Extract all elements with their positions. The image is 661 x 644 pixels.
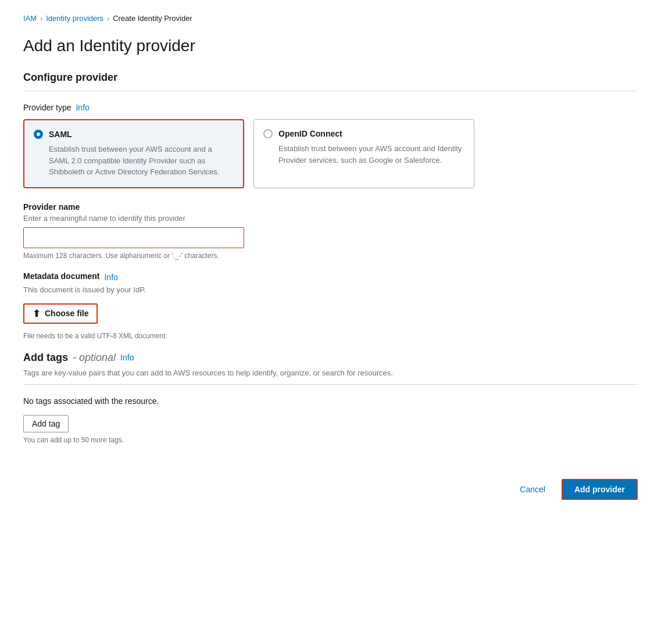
metadata-info[interactable]: Info [104,273,117,282]
tags-description: Tags are key-value pairs that you can ad… [23,368,638,377]
configure-provider-heading: Configure provider [23,71,638,84]
metadata-hint: This document is issued by your IdP. [23,285,638,294]
metadata-label-row: Metadata document Info [23,271,638,283]
provider-name-label: Provider name [23,202,638,212]
add-tag-button[interactable]: Add tag [23,415,69,432]
openid-description: Establish trust between your AWS account… [263,143,465,166]
breadcrumb-sep-1: › [40,15,42,23]
add-provider-button[interactable]: Add provider [562,479,638,500]
saml-card[interactable]: SAML Establish trust between your AWS ac… [23,119,244,188]
tags-optional: - optional [73,352,116,364]
provider-name-input[interactable] [23,227,244,248]
configure-divider [23,91,638,91]
choose-file-label: Choose file [45,309,88,318]
upload-icon: ⬆ [33,308,40,319]
cancel-button[interactable]: Cancel [513,481,552,498]
openid-card-header: OpenID Connect [263,129,465,138]
breadcrumb-iam[interactable]: IAM [23,14,37,23]
provider-type-label: Provider type [23,103,71,112]
provider-name-section: Provider name Enter a meaningful name to… [23,202,638,260]
footer-buttons: Cancel Add provider [23,467,638,500]
saml-title: SAML [49,130,72,139]
breadcrumb-current: Create Identity Provider [113,14,192,23]
openid-card[interactable]: OpenID Connect Establish trust between y… [253,119,474,188]
provider-name-note: Maximum 128 characters. Use alphanumeric… [23,252,638,260]
breadcrumb: IAM › Identity providers › Create Identi… [23,14,638,23]
provider-name-hint: Enter a meaningful name to identify this… [23,214,638,223]
tags-heading-row: Add tags - optional Info [23,352,638,364]
tags-divider [23,384,638,385]
provider-type-cards: SAML Establish trust between your AWS ac… [23,119,638,188]
provider-type-info[interactable]: Info [76,103,89,112]
tags-heading: Add tags [23,352,68,364]
page-container: IAM › Identity providers › Create Identi… [0,0,661,644]
add-tags-section: Add tags - optional Info Tags are key-va… [23,352,638,444]
breadcrumb-sep-2: › [107,15,109,23]
saml-card-header: SAML [34,130,234,139]
saml-description: Establish trust between your AWS account… [34,144,234,178]
metadata-document-section: Metadata document Info This document is … [23,271,638,340]
saml-radio[interactable] [34,130,43,139]
tags-info[interactable]: Info [120,353,134,362]
breadcrumb-identity-providers[interactable]: Identity providers [46,14,103,23]
tags-limit-note: You can add up to 50 more tags. [23,436,638,444]
metadata-note: File needs to be a valid UTF-8 XML docum… [23,332,638,340]
page-title: Add an Identity provider [23,37,638,55]
choose-file-button[interactable]: ⬆ Choose file [23,303,98,324]
provider-type-label-row: Provider type Info [23,103,638,112]
no-tags-text: No tags associated with the resource. [23,396,638,406]
openid-title: OpenID Connect [278,129,342,138]
openid-radio[interactable] [263,129,273,138]
metadata-label: Metadata document [23,271,99,281]
